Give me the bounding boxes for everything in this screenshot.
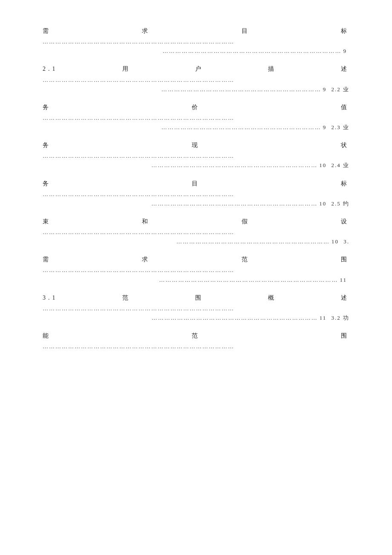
section-inline-2-3-char: 业 [343,124,349,130]
section-inline-3-2-char: 功 [343,315,349,321]
heading-num-2-1: 2.1 [43,64,58,74]
heading-char-wei2: 围 [341,330,349,341]
heading-char-mu: 目 [192,178,200,189]
dots-2-5-b: ………………………………………………………………10 3. [43,237,349,246]
section-inline-2-4: 2.4 [331,162,341,168]
heading-char-3-1-c: 概 [268,292,277,303]
section-inline-2-5-char: 约 [343,200,349,207]
heading-char-jia: 价 [192,102,200,113]
page: 需 求 目 标 ……………………………………………………………………………… …… [0,0,392,555]
section-heading-2-3: 务 现 状 [43,140,349,150]
heading-char-wu2: 务 [43,140,51,150]
section-inline-2-2: 2.2 [331,86,341,92]
heading-char-shu: 束 [43,216,51,227]
section-heading-2-2: 务 价 值 [43,102,349,113]
heading-char-3: 目 [242,26,250,36]
section-heading-2-4: 务 目 标 [43,178,349,189]
page-num-11b: 11 [320,315,327,321]
section-inline-3-2: 3.2 [331,315,341,321]
heading-char-he: 和 [142,216,150,227]
toc-section-needs-scope: 需 求 范 围 ……………………………………………………………………………… …… [43,254,349,284]
dots-2-3-b: ……………………………………………………………………10 2.4 业 [43,161,349,170]
section-heading-3-2: 能 范 围 [43,330,349,341]
section-inline-2-5: 2.5 [331,200,341,207]
page-num-10b: 10 [319,200,326,207]
heading-char-zhi: 值 [341,102,349,113]
dots-2-3-a: ……………………………………………………………………………… [43,151,349,161]
page-num-10a: 10 [319,162,326,168]
toc-section-3-1: 3.1 范 围 概 述 …………………………………………………………………………… [43,292,349,323]
heading-char-neng: 能 [43,330,51,341]
dots-scope-b: …………………………………………………………………………11 [43,275,349,285]
toc-section-2-4: 务 目 标 ……………………………………………………………………………… ………… [43,178,349,208]
section-inline-2-2-char: 业 [343,86,349,92]
toc-section-2-5: 束 和 假 设 ……………………………………………………………………………… …… [43,216,349,246]
section-inline-3: 3. [343,238,349,245]
dots-line-1: ……………………………………………………………………………… [43,37,349,46]
dots-3-1-a: ……………………………………………………………………………… [43,304,349,313]
heading-char-2-1-c: 描 [268,64,277,74]
dots-scope-a: ……………………………………………………………………………… [43,266,349,275]
heading-char-qiu2: 求 [142,254,150,265]
toc-section-2-3: 务 现 状 ……………………………………………………………………………… ………… [43,140,349,170]
toc-section-2-1: 2.1 用 户 描 述 …………………………………………………………………………… [43,64,349,94]
heading-char-fan2: 范 [192,330,200,341]
heading-char-xu2: 需 [43,254,51,265]
dots-3-1-b: ……………………………………………………………………11 3.2 功 [43,313,349,323]
page-num-11: 11 [340,277,347,283]
section-heading-2-5: 束 和 假 设 [43,216,349,227]
heading-char-2-1-b: 户 [195,64,204,74]
dots-2-4-a: ……………………………………………………………………………… [43,190,349,199]
heading-char-zhuang: 状 [341,140,349,150]
heading-num-3-1: 3.1 [43,292,58,303]
page-num-9b: 9 [323,86,327,92]
dots-2-2-b: …………………………………………………………………9 2.3 业 [43,123,349,132]
dots-2-5-a: ……………………………………………………………………………… [43,228,349,237]
dots-2-4-b: ……………………………………………………………………10 2.5 约 [43,199,349,208]
page-num-10c: 10 [331,238,339,245]
heading-char-3-1-b: 围 [195,292,204,303]
heading-char-3-1-a: 范 [122,292,131,303]
page-num-9c: 9 [323,124,327,130]
heading-char-2-1-d: 述 [341,64,349,74]
toc-section-3-2: 能 范 围 ……………………………………………………………………………… [43,330,349,351]
dots-line-2: …………………………………………………………………………9 [43,46,349,56]
heading-char-2-1-a: 用 [122,64,131,74]
toc-section-needs-target: 需 求 目 标 ……………………………………………………………………………… …… [43,26,349,56]
section-inline-2-4-char: 业 [343,162,349,168]
section-heading-needs-target: 需 求 目 标 [43,26,349,36]
heading-char-3-1-d: 述 [341,292,349,303]
section-heading-needs-scope: 需 求 范 围 [43,254,349,265]
heading-char-2: 求 [142,26,150,36]
dots-2-1-a: ……………………………………………………………………………… [43,75,349,85]
page-num-9a: 9 [343,48,347,54]
heading-char-biao: 标 [341,178,349,189]
heading-char-wu1: 务 [43,102,51,113]
section-inline-2-3: 2.3 [331,124,341,130]
toc-section-2-2: 务 价 值 ……………………………………………………………………………… ………… [43,102,349,132]
heading-char-jia2: 假 [242,216,250,227]
dots-3-2-a: ……………………………………………………………………………… [43,342,349,351]
heading-char-1: 需 [43,26,51,36]
heading-char-wu3: 务 [43,178,51,189]
heading-char-fan: 范 [242,254,250,265]
heading-char-xian: 现 [192,140,200,150]
section-heading-3-1: 3.1 范 围 概 述 [43,292,349,303]
dots-2-1-b: …………………………………………………………………9 2.2 业 [43,85,349,94]
heading-char-wei: 围 [341,254,349,265]
section-heading-2-1: 2.1 用 户 描 述 [43,64,349,74]
heading-char-she: 设 [341,216,349,227]
dots-2-2-a: ……………………………………………………………………………… [43,113,349,123]
heading-char-4: 标 [341,26,349,36]
